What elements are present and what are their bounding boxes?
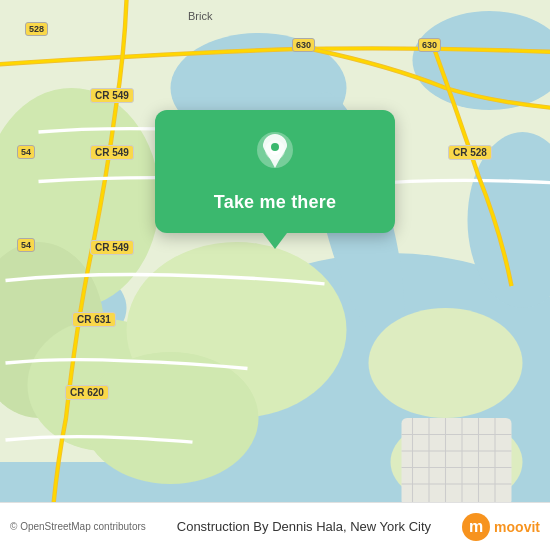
bottom-bar: © OpenStreetMap contributors Constructio… <box>0 502 550 550</box>
brick-label: Brick <box>188 10 212 22</box>
route-630-label-1: 630 <box>292 38 315 52</box>
attribution-text: © OpenStreetMap contributors <box>10 521 146 532</box>
svg-point-29 <box>271 143 279 151</box>
cr549-label-1: CR 549 <box>90 88 134 103</box>
popup-card: Take me there <box>155 110 395 233</box>
route-54-label-1: 54 <box>17 145 35 159</box>
route-528-label: 528 <box>25 22 48 36</box>
moovit-logo: m moovit <box>462 513 540 541</box>
map-container: 528 630 630 54 54 CR 549 CR 549 CR 549 C… <box>0 0 550 550</box>
moovit-m-icon: m <box>462 513 490 541</box>
location-pin-icon <box>251 130 299 178</box>
cr631-label: CR 631 <box>72 312 116 327</box>
location-title: Construction By Dennis Hala, New York Ci… <box>154 519 454 534</box>
svg-point-13 <box>369 308 523 418</box>
cr549-label-3: CR 549 <box>90 240 134 255</box>
moovit-text: moovit <box>494 519 540 535</box>
cr620-label: CR 620 <box>65 385 109 400</box>
cr549-label-2: CR 549 <box>90 145 134 160</box>
take-me-there-button[interactable]: Take me there <box>206 188 344 217</box>
cr528-label: CR 528 <box>448 145 492 160</box>
route-630-label-2: 630 <box>418 38 441 52</box>
svg-point-12 <box>83 352 259 484</box>
route-54-label-2: 54 <box>17 238 35 252</box>
